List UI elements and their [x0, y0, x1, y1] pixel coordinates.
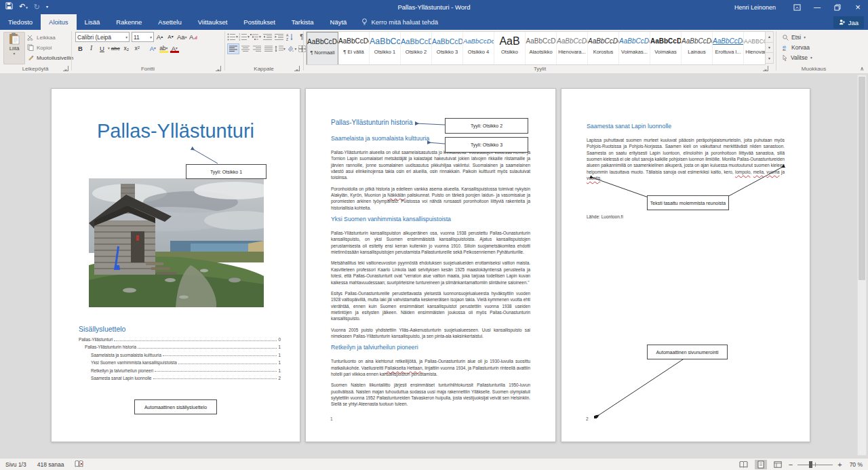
style-lainaus[interactable]: AaBbCcDcLainaus: [682, 32, 713, 65]
styles-more-icon[interactable]: ▼: [765, 53, 774, 64]
page-indicator[interactable]: Sivu 1/3: [5, 461, 26, 468]
ribbon-display-options-icon[interactable]: [787, 0, 807, 14]
underline-button[interactable]: U: [97, 43, 107, 53]
align-right-icon[interactable]: [252, 44, 262, 54]
styles-scroll-down-icon[interactable]: ▼: [765, 43, 774, 54]
read-mode-icon[interactable]: [738, 460, 750, 469]
line-spacing-icon[interactable]: ▾: [275, 44, 285, 54]
document-page-3[interactable]: Saamesta sanat Lapin luonnolleLapissa pu…: [561, 88, 810, 442]
ribbon-tab-rakenne[interactable]: Rakenne: [108, 14, 150, 30]
zoom-slider-thumb[interactable]: [809, 461, 812, 468]
word-count[interactable]: 418 sanaa: [37, 461, 64, 468]
style-alaotsikko[interactable]: AaBbCcDAlaotsikko: [526, 32, 557, 65]
document-page-1[interactable]: Pallas-Yllästunturi: [51, 88, 300, 442]
align-center-icon[interactable]: [240, 44, 251, 54]
font-color-button[interactable]: A▾: [170, 43, 180, 53]
callout-heading3-style[interactable]: Tyyli: Otsikko 3: [445, 137, 528, 153]
ribbon-tab-lisää[interactable]: Lisää: [77, 14, 108, 30]
style-ei-väliä[interactable]: AaBbCcDc¶ Ei väliä: [338, 32, 370, 65]
grow-font-button[interactable]: A▴: [155, 33, 165, 42]
bullets-icon[interactable]: ▾: [227, 32, 238, 41]
increase-indent-icon[interactable]: [273, 32, 284, 41]
paste-button[interactable]: Liitä ▾: [3, 32, 25, 64]
tell-me-box[interactable]: Kerro mitä haluat tehdä: [355, 14, 445, 30]
ribbon-tab-postitukset[interactable]: Postitukset: [235, 14, 283, 30]
document-canvas[interactable]: Pallas-Yllästunturi: [0, 73, 868, 458]
align-left-icon[interactable]: [227, 43, 239, 54]
clipboard-dialog-launcher[interactable]: [63, 66, 68, 71]
proofing-errors-icon[interactable]: [75, 461, 83, 469]
sort-icon[interactable]: AZ: [285, 32, 296, 41]
find-button[interactable]: Etsi▾: [783, 33, 812, 42]
toc-entry[interactable]: Saamesta sanat Lapin luonnolle2: [79, 376, 281, 380]
change-case-button[interactable]: Aa▾: [176, 33, 187, 42]
superscript-button[interactable]: x2: [132, 43, 142, 53]
text-effects-button[interactable]: A▾: [148, 43, 158, 53]
collapse-ribbon-icon[interactable]: ∧: [860, 66, 864, 72]
italic-button[interactable]: I: [86, 43, 96, 53]
shading-icon[interactable]: ▾: [286, 44, 297, 54]
web-layout-icon[interactable]: [772, 460, 784, 469]
callout-title-style[interactable]: Tyyli: Otsikko 1: [186, 164, 267, 179]
restore-button[interactable]: [827, 0, 848, 14]
document-page-2[interactable]: Pallas-Yllästunturin historiaSaamelaista…: [305, 88, 556, 442]
style-hienovara[interactable]: AaBbCcDcHienovara...: [557, 32, 588, 65]
toc-entry[interactable]: Pallas-Yllästunturi0: [79, 337, 281, 342]
table-of-contents[interactable]: Pallas-Yllästunturi0Pallas-Yllästunturin…: [79, 337, 281, 383]
styles-scroll-up-icon[interactable]: ▲: [765, 31, 774, 43]
vertical-scrollbar[interactable]: [857, 75, 867, 456]
style-voimakas[interactable]: AaBbCcDcVoimakas: [650, 32, 682, 65]
toc-entry[interactable]: Yksi Suomen vanhimmista kansallispuistoi…: [79, 360, 281, 365]
zoom-out-button[interactable]: −: [789, 461, 793, 469]
shrink-font-button[interactable]: A▾: [165, 33, 176, 42]
highlight-color-button[interactable]: ab▾: [159, 43, 169, 53]
ribbon-tab-viittaukset[interactable]: Viittaukset: [190, 14, 236, 30]
font-dialog-launcher[interactable]: [216, 66, 221, 71]
select-button[interactable]: Valitse▾: [783, 53, 812, 62]
style-voimakas[interactable]: AaBbCcDcVoimakas...: [619, 32, 650, 65]
share-button[interactable]: Jaa: [833, 16, 864, 28]
multilevel-list-icon[interactable]: ▾: [250, 32, 261, 41]
zoom-slider[interactable]: [797, 461, 833, 469]
style-otsikko-3[interactable]: AaBbCcDOtsikko 3: [432, 32, 463, 65]
styles-dialog-launcher[interactable]: [763, 66, 768, 71]
decrease-indent-icon[interactable]: [262, 32, 273, 41]
ribbon-tab-tarkista[interactable]: Tarkista: [283, 14, 322, 30]
toc-entry[interactable]: Retkeilyn ja talviurheilun pioneeri1: [79, 368, 281, 373]
style-korostus[interactable]: AaBbCcDcKorostus: [588, 32, 619, 65]
justify-icon[interactable]: [263, 44, 274, 54]
bold-button[interactable]: B: [75, 43, 85, 53]
replace-button[interactable]: abac Korvaa: [783, 43, 812, 52]
ribbon-tab-asettelu[interactable]: Asettelu: [150, 14, 189, 30]
cut-button[interactable]: Leikkaa: [27, 33, 73, 42]
font-name-combo[interactable]: Calibri (Leipä▾: [75, 32, 130, 42]
clear-formatting-button[interactable]: A◢: [188, 33, 198, 42]
format-painter-button[interactable]: Muotoilusivellin: [27, 53, 73, 62]
underline-caret[interactable]: ▾: [108, 46, 110, 50]
font-size-combo[interactable]: 11▾: [132, 32, 154, 42]
paragraph-dialog-launcher[interactable]: [294, 66, 300, 71]
ribbon-tab-aloitus[interactable]: Aloitus: [41, 14, 77, 30]
callout-heading2-style[interactable]: Tyyli: Otsikko 2: [445, 118, 528, 134]
style-otsikko-1[interactable]: AaBbCcOtsikko 1: [370, 32, 401, 65]
copy-button[interactable]: Kopioi: [27, 43, 73, 52]
subscript-button[interactable]: x2: [121, 43, 132, 53]
minimize-button[interactable]: —: [807, 0, 827, 14]
style-otsikko[interactable]: AaBOtsikko: [494, 32, 526, 65]
callout-automatic-toc[interactable]: Automaattinen sisällysluettelo: [134, 399, 217, 414]
numbering-icon[interactable]: 123▾: [239, 32, 250, 41]
callout-automatic-page-numbering[interactable]: Automaattinen sivunumerointi: [647, 345, 728, 359]
style-normaali[interactable]: AaBbCcDc¶ Normaali: [307, 32, 338, 65]
ribbon-tab-tiedosto[interactable]: Tiedosto: [0, 14, 41, 30]
scrollbar-thumb[interactable]: [859, 77, 865, 280]
callout-justified-text[interactable]: Teksti tasattu molemmista reunoista: [647, 195, 729, 210]
ribbon-tab-näytä[interactable]: Näytä: [322, 14, 355, 30]
style-otsikko-2[interactable]: AaBbCcDOtsikko 2: [401, 32, 432, 65]
toc-entry[interactable]: Pallas-Yllästunturin historia1: [79, 345, 281, 349]
zoom-in-button[interactable]: +: [837, 461, 842, 469]
zoom-level[interactable]: 70 %: [850, 461, 863, 468]
print-layout-icon[interactable]: [755, 460, 767, 469]
close-button[interactable]: ×: [848, 0, 868, 14]
style-otsikko-4[interactable]: AaBbCcDcOtsikko 4: [463, 32, 494, 65]
user-account-name[interactable]: Henri Leinonen: [734, 4, 776, 11]
